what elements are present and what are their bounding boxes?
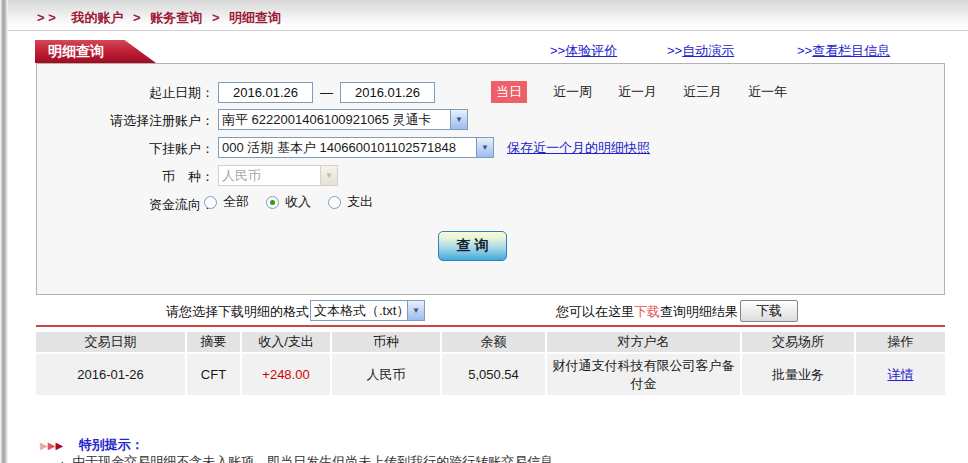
quick-range-year-button[interactable]: 近一年 <box>748 83 787 101</box>
date-dash: — <box>320 85 333 100</box>
link-experience-review[interactable]: >>体验评价 <box>550 42 617 60</box>
cell-summary: CFT <box>186 353 241 395</box>
quick-range-today-button[interactable]: 当日 <box>491 81 527 103</box>
download-format-select[interactable]: 文本格式（.txt） ▼ <box>310 300 425 321</box>
radio-expense[interactable] <box>328 196 341 209</box>
radio-all[interactable] <box>204 196 217 209</box>
breadcrumb-item-my-account[interactable]: 我的账户 <box>71 10 123 25</box>
section-divider-red <box>36 325 945 327</box>
table-header-row: 交易日期 摘要 收入/支出 币种 余额 对方户名 交易场所 操作 <box>36 332 945 353</box>
cell-income-expense: +248.00 <box>241 353 331 395</box>
download-hint-prefix: 您可以在这里 <box>556 304 634 319</box>
breadcrumb-prefix: > > <box>37 10 56 25</box>
download-format-label: 请您选择下载明细的格式 <box>166 303 309 321</box>
special-tips-header: ▶▶▶ 特别提示： <box>40 436 144 454</box>
col-channel: 交易场所 <box>741 332 855 353</box>
transaction-table: 交易日期 摘要 收入/支出 币种 余额 对方户名 交易场所 操作 2016-01… <box>36 332 945 395</box>
currency-label: 币 种： <box>162 168 214 186</box>
download-hint: 您可以在这里下载查询明细结果 <box>556 303 738 321</box>
breadcrumb-separator: > <box>133 10 141 25</box>
link-prefix: >> <box>667 43 682 58</box>
date-range-label: 起止日期： <box>149 84 214 102</box>
cell-action: 详情 <box>855 353 945 395</box>
download-format-value: 文本格式（.txt） <box>311 302 407 320</box>
dropdown-arrow-icon: ▼ <box>407 301 424 320</box>
currency-value: 人民币 <box>219 167 320 185</box>
special-tips-line: ·由于现金交易明细不含未入账项，即当日发生但尚未上传到我行的跨行转账交易信息 <box>60 453 553 463</box>
date-range-row: 起止日期： — 当日 近一周 近一月 近三月 近一年 <box>37 81 944 103</box>
register-account-row: 请选择注册账户： 南平 6222001406100921065 灵通卡 ▼ <box>37 109 944 131</box>
link-prefix: >> <box>797 43 812 58</box>
download-button[interactable]: 下载 <box>740 300 798 322</box>
cell-counterparty: 财付通支付科技有限公司客户备付金 <box>546 353 741 395</box>
cell-channel: 批量业务 <box>741 353 855 395</box>
radio-income[interactable] <box>266 196 279 209</box>
breadcrumb-item-detail-query[interactable]: 明细查询 <box>229 10 281 25</box>
col-currency: 币种 <box>331 332 441 353</box>
radio-income-label: 收入 <box>285 193 311 211</box>
currency-select: 人民币 ▼ <box>218 165 338 186</box>
start-date-input[interactable] <box>218 82 313 103</box>
col-counterparty: 对方户名 <box>546 332 741 353</box>
register-account-value: 南平 6222001406100921065 灵通卡 <box>219 111 450 129</box>
triple-arrow-icon: ▶ <box>40 440 48 451</box>
register-account-select[interactable]: 南平 6222001406100921065 灵通卡 ▼ <box>218 109 468 130</box>
link-label: 自动演示 <box>682 43 734 58</box>
tip-text: 由于现金交易明细不含未入账项，即当日发生但尚未上传到我行的跨行转账交易信息 <box>72 454 553 463</box>
register-account-label: 请选择注册账户： <box>110 112 214 130</box>
special-tips-title: 特别提示： <box>79 437 144 452</box>
triple-arrow-icon: ▶ <box>55 440 63 451</box>
table-row: 2016-01-26 CFT +248.00 人民币 5,050.54 财付通支… <box>36 353 945 395</box>
breadcrumb-divider <box>8 30 968 31</box>
detail-link[interactable]: 详情 <box>888 367 914 382</box>
link-view-column-info[interactable]: >>查看栏目信息 <box>797 42 890 60</box>
quick-range-month-button[interactable]: 近一月 <box>618 83 657 101</box>
link-prefix: >> <box>550 43 565 58</box>
radio-expense-label: 支出 <box>347 193 373 211</box>
dropdown-arrow-icon: ▼ <box>320 166 337 185</box>
quick-range-week-button[interactable]: 近一周 <box>553 83 592 101</box>
fund-direction-row: 资金流向： 全部 收入 支出 <box>37 193 944 215</box>
end-date-input[interactable] <box>340 82 435 103</box>
breadcrumb-item-account-query[interactable]: 账务查询 <box>150 10 202 25</box>
query-form-panel: 起止日期： — 当日 近一周 近一月 近三月 近一年 请选择注册账户： 南平 6… <box>36 63 945 295</box>
currency-row: 币 种： 人民币 ▼ <box>37 165 944 187</box>
col-trade-date: 交易日期 <box>36 332 186 353</box>
sub-account-value: 000 活期 基本户 1406600101102571848 <box>219 139 476 157</box>
cell-trade-date: 2016-01-26 <box>36 353 186 395</box>
col-summary: 摘要 <box>186 332 241 353</box>
breadcrumb: > > 我的账户 > 账务查询 > 明细查询 <box>37 9 281 27</box>
download-hint-link[interactable]: 下载 <box>634 304 660 319</box>
quick-range-quarter-button[interactable]: 近三月 <box>683 83 722 101</box>
tab-detail-query: 明细查询 <box>35 40 156 63</box>
query-button[interactable]: 查 询 <box>438 231 507 261</box>
save-monthly-snapshot-link[interactable]: 保存近一个月的明细快照 <box>507 139 650 157</box>
tip-bullet: · <box>60 454 64 463</box>
dropdown-arrow-icon: ▼ <box>450 110 467 129</box>
link-label: 体验评价 <box>565 43 617 58</box>
col-balance: 余额 <box>441 332 546 353</box>
dropdown-arrow-icon: ▼ <box>476 138 493 157</box>
sub-account-select[interactable]: 000 活期 基本户 1406600101102571848 ▼ <box>218 137 494 158</box>
left-edge-strip <box>0 0 8 463</box>
radio-all-label: 全部 <box>223 193 249 211</box>
link-auto-demo[interactable]: >>自动演示 <box>667 42 734 60</box>
download-hint-suffix: 查询明细结果 <box>660 304 738 319</box>
page: > > 我的账户 > 账务查询 > 明细查询 >>体验评价 >>自动演示 >>查… <box>0 0 968 463</box>
sub-account-label: 下挂账户： <box>149 140 214 158</box>
cell-balance: 5,050.54 <box>441 353 546 395</box>
col-income-expense: 收入/支出 <box>241 332 331 353</box>
col-action: 操作 <box>855 332 945 353</box>
sub-account-row: 下挂账户： 000 活期 基本户 1406600101102571848 ▼ 保… <box>37 137 944 159</box>
breadcrumb-separator: > <box>212 10 220 25</box>
cell-currency: 人民币 <box>331 353 441 395</box>
link-label: 查看栏目信息 <box>812 43 890 58</box>
